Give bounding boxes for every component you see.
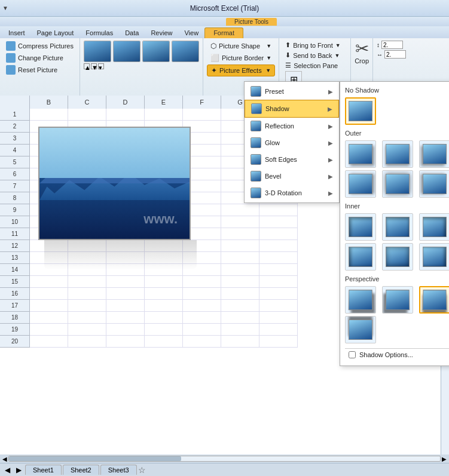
no-shadow-grid	[345, 97, 449, 125]
row-4[interactable]: 4	[0, 145, 30, 156]
horizontal-scrollbar[interactable]: ◀ ▶	[0, 454, 449, 463]
outer-shadow-1[interactable]	[345, 140, 376, 168]
row-2[interactable]: 2	[0, 121, 30, 133]
menu-item-3d-rotation[interactable]: 3-D Rotation ▶	[245, 185, 339, 201]
row-6[interactable]: 6	[0, 168, 30, 180]
style-expand[interactable]: ▾	[98, 63, 104, 69]
inner-shadow-3[interactable]	[419, 213, 449, 241]
row-9[interactable]: 9	[0, 204, 30, 216]
inner-shadow-4[interactable]	[345, 243, 376, 271]
row-17[interactable]: 17	[0, 300, 30, 312]
row-20[interactable]: 20	[0, 336, 30, 348]
tab-formulas[interactable]: Formulas	[80, 28, 119, 38]
crop-button[interactable]: ✂ Crop	[355, 41, 369, 65]
cell-d1[interactable]	[106, 109, 145, 121]
scrollbar-thumb[interactable]	[9, 456, 181, 461]
style-scroll-up[interactable]: ▲	[84, 63, 90, 69]
style-thumb-1[interactable]	[84, 41, 111, 62]
col-header-d[interactable]: D	[106, 96, 145, 109]
width-input[interactable]	[384, 50, 406, 59]
reset-picture-button[interactable]: Reset Picture	[4, 65, 76, 75]
style-scroll-down[interactable]: ▼	[91, 63, 97, 69]
row-16[interactable]: 16	[0, 288, 30, 300]
row-11[interactable]: 11	[0, 228, 30, 240]
row-1[interactable]: 1	[0, 109, 30, 121]
col-header-e[interactable]: E	[145, 96, 183, 109]
change-picture-button[interactable]: Change Picture	[4, 53, 76, 63]
corner-cell	[0, 96, 30, 109]
tab-page-layout[interactable]: Page Layout	[31, 28, 80, 38]
sheet-tab-2[interactable]: Sheet2	[63, 465, 99, 475]
persp-shadow-4[interactable]	[345, 316, 376, 343]
scroll-right-button[interactable]: ▶	[441, 456, 448, 462]
inner-shadow-2[interactable]	[382, 213, 413, 241]
col-header-b[interactable]: B	[30, 96, 68, 109]
tab-insert[interactable]: Insert	[2, 28, 31, 38]
tab-format[interactable]: Format	[204, 27, 243, 38]
row-12[interactable]: 12	[0, 240, 30, 252]
scroll-left-button[interactable]: ◀	[1, 456, 8, 462]
menu-item-bevel[interactable]: Bevel ▶	[245, 168, 339, 185]
sheet-nav-right[interactable]: ▶	[14, 466, 24, 474]
menu-item-reflection[interactable]: Reflection ▶	[245, 118, 339, 134]
row-18[interactable]: 18	[0, 312, 30, 324]
bring-to-front-button[interactable]: ⬆ Bring to Front ▼	[283, 41, 347, 50]
reflection-icon	[251, 121, 261, 131]
row-8[interactable]: 8	[0, 192, 30, 204]
inner-shadow-5[interactable]	[382, 243, 413, 271]
outer-shadow-6[interactable]	[419, 170, 449, 198]
sheet-add-button[interactable]: ☆	[138, 465, 146, 475]
cell-b1[interactable]	[30, 109, 68, 121]
cell-c1[interactable]	[68, 109, 106, 121]
title-bar-text: Microsoft Excel (Trial)	[190, 4, 259, 13]
shadow-options-button[interactable]: Shadow Options...	[345, 348, 449, 361]
style-thumb-4[interactable]	[172, 41, 199, 62]
inner-shadow-1[interactable]	[345, 213, 376, 241]
sheet-nav-left[interactable]: ◀	[2, 466, 13, 474]
selection-pane-button[interactable]: ☰ Selection Pane	[283, 61, 347, 70]
menu-item-shadow[interactable]: Shadow ▶	[245, 100, 339, 118]
style-thumb-2[interactable]	[113, 41, 140, 62]
outer-shadow-2[interactable]	[382, 140, 413, 168]
row-7[interactable]: 7	[0, 180, 30, 192]
persp-shadow-2[interactable]	[382, 286, 413, 314]
menu-item-preset[interactable]: Preset ▶	[245, 83, 339, 100]
menu-item-glow[interactable]: Glow ▶	[245, 134, 339, 151]
row-10[interactable]: 10	[0, 216, 30, 228]
col-header-f[interactable]: F	[183, 96, 221, 109]
spreadsheet-picture[interactable]: www.	[38, 127, 191, 240]
picture-shape-button[interactable]: ⬡ Picture Shape ▼	[207, 41, 275, 51]
picture-border-button[interactable]: ⬜ Picture Border ▼	[207, 53, 275, 63]
row-5[interactable]: 5	[0, 156, 30, 168]
row-14[interactable]: 14	[0, 264, 30, 276]
row-15[interactable]: 15	[0, 276, 30, 288]
compress-pictures-button[interactable]: Compress Pictures	[4, 41, 76, 51]
outer-shadow-3[interactable]	[419, 140, 449, 168]
persp-shadow-1[interactable]	[345, 286, 376, 314]
cell-f1[interactable]	[183, 109, 221, 121]
row-13[interactable]: 13	[0, 252, 30, 264]
send-to-back-button[interactable]: ⬇ Send to Back ▼	[283, 51, 347, 60]
shadow-none[interactable]	[345, 97, 376, 125]
outer-shadow-4[interactable]	[345, 170, 376, 198]
scrollbar-track[interactable]	[8, 456, 441, 462]
sheet-tab-3[interactable]: Sheet3	[100, 465, 137, 475]
tab-view[interactable]: View	[178, 28, 204, 38]
tab-review[interactable]: Review	[145, 28, 178, 38]
quick-access-icon: ▼	[2, 5, 8, 11]
style-thumb-3[interactable]	[142, 41, 170, 62]
inner-shadow-6[interactable]	[419, 243, 449, 271]
3d-arrow: ▶	[328, 190, 333, 196]
row-19[interactable]: 19	[0, 324, 30, 336]
tab-data[interactable]: Data	[119, 28, 145, 38]
col-header-c[interactable]: C	[68, 96, 106, 109]
sheet-tab-1[interactable]: Sheet1	[25, 465, 62, 475]
persp-shadow-3[interactable]	[419, 286, 449, 314]
menu-item-soft-edges[interactable]: Soft Edges ▶	[245, 151, 339, 168]
height-input[interactable]	[381, 41, 403, 49]
picture-effects-button[interactable]: ✦ Picture Effects ▼	[207, 65, 275, 76]
cell-e1[interactable]	[145, 109, 183, 121]
outer-shadow-5[interactable]	[382, 170, 413, 198]
shadow-options-checkbox[interactable]	[349, 351, 356, 358]
row-3[interactable]: 3	[0, 133, 30, 145]
